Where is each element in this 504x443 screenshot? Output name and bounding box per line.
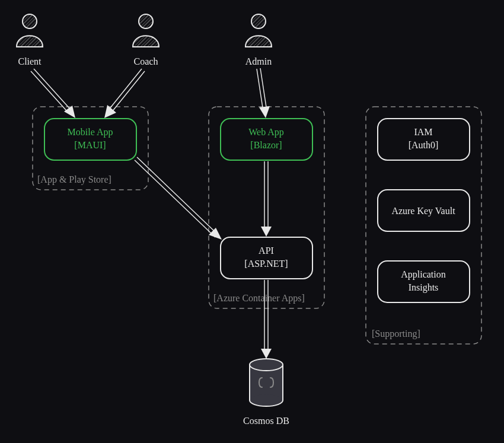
arrow-webapp-api — [261, 161, 272, 237]
node-api-title: API — [259, 246, 274, 256]
node-app-insights: Application Insights — [378, 261, 470, 302]
node-iam: IAM [Auth0] — [378, 119, 470, 160]
svg-line-21 — [34, 69, 72, 111]
node-cosmos-db: Cosmos DB — [243, 359, 289, 426]
node-web-app: Web App [Blazor] — [221, 119, 312, 160]
svg-line-25 — [110, 71, 145, 114]
group-app-store-label: [App & Play Store] — [37, 174, 111, 185]
arrow-admin-webapp — [257, 68, 270, 118]
node-iam-sub: [Auth0] — [409, 140, 439, 150]
svg-line-22 — [31, 71, 69, 114]
arrows — [31, 68, 272, 359]
person-icon — [245, 14, 272, 47]
actor-coach-label: Coach — [134, 56, 158, 66]
actor-client-label: Client — [18, 56, 42, 66]
node-key-vault-title: Azure Key Vault — [391, 206, 455, 216]
svg-marker-32 — [209, 228, 222, 240]
svg-marker-38 — [261, 349, 272, 359]
node-app-insights-sub: Insights — [409, 282, 439, 293]
group-container-apps-label: [Azure Container Apps] — [213, 293, 305, 304]
node-cosmos-db-label: Cosmos DB — [243, 416, 289, 426]
arrow-coach-mobile — [104, 69, 145, 118]
node-api-sub: [ASP.NET] — [244, 259, 288, 269]
svg-marker-23 — [64, 106, 75, 118]
person-icon — [133, 14, 159, 47]
node-mobile-app-title: Mobile App — [68, 127, 113, 138]
group-supporting-label: [Supporting] — [372, 329, 420, 339]
architecture-diagram: Client Coach Admin [App & Play Store] [A… — [0, 0, 504, 443]
svg-rect-14 — [378, 119, 470, 160]
arrow-api-cosmos — [261, 280, 272, 359]
node-api: API [ASP.NET] — [221, 237, 312, 279]
node-app-insights-title: Application — [401, 269, 446, 280]
node-web-app-title: Web App — [248, 127, 284, 138]
node-iam-title: IAM — [414, 127, 432, 137]
actor-admin-label: Admin — [245, 56, 272, 66]
node-mobile-app-sub: [MAUI] — [74, 140, 106, 150]
actor-client: Client — [17, 14, 43, 66]
node-key-vault: Azure Key Vault — [378, 190, 470, 231]
node-web-app-sub: [Blazor] — [250, 140, 282, 150]
svg-line-24 — [107, 69, 142, 111]
svg-line-28 — [260, 68, 267, 111]
actor-coach: Coach — [133, 14, 159, 66]
svg-line-31 — [135, 160, 215, 237]
svg-line-27 — [257, 69, 263, 111]
svg-marker-35 — [261, 227, 272, 237]
svg-marker-29 — [259, 106, 270, 118]
svg-line-30 — [137, 157, 218, 234]
node-mobile-app: Mobile App [MAUI] — [44, 119, 136, 160]
svg-rect-12 — [221, 119, 312, 160]
actor-admin: Admin — [245, 14, 272, 66]
person-icon — [17, 14, 43, 47]
arrow-client-mobile — [31, 69, 75, 118]
svg-rect-11 — [44, 119, 136, 160]
svg-rect-16 — [378, 261, 470, 302]
svg-rect-13 — [221, 237, 312, 279]
